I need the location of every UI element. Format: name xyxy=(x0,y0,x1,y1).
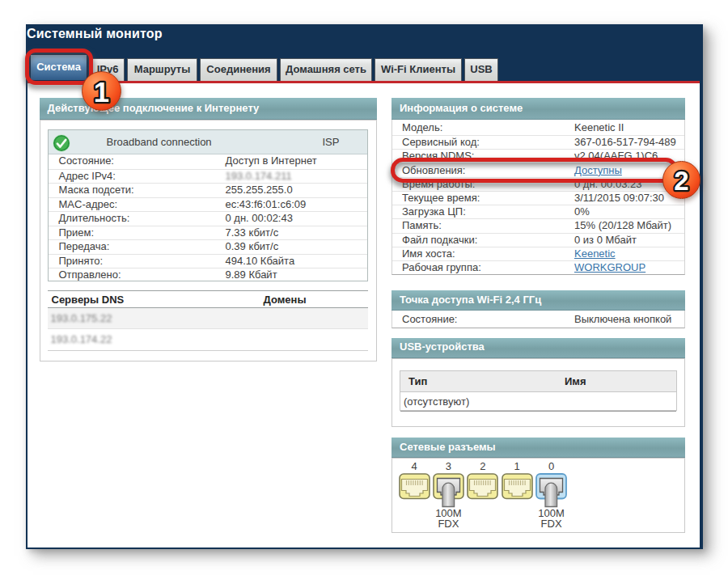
svg-text:1: 1 xyxy=(93,77,108,108)
svg-text:2: 2 xyxy=(674,166,688,196)
